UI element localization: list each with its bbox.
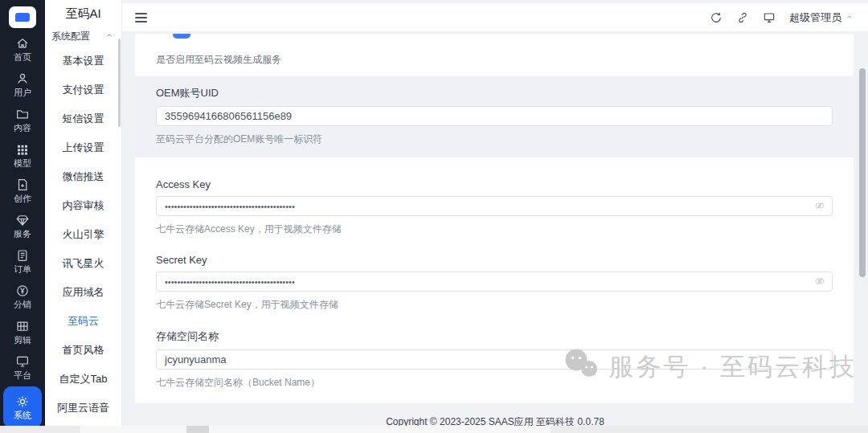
field-bucket-name-section: 存储空间名称 七牛云存储空间名称（Bucket Name） (156, 329, 833, 390)
rail-item-distribution[interactable]: 分销 (3, 279, 42, 314)
gem-icon (15, 213, 30, 227)
sidebar-group-system-config[interactable]: 系统配置 (45, 26, 121, 47)
field-label: Access Key (156, 178, 833, 190)
settings-form-card: 是否启用至码云视频生成服务 OEM账号UID 至码云平台分配的OEM账号唯一标识… (135, 34, 854, 403)
sidebar-item-xunfei-spark[interactable]: 讯飞星火 (45, 249, 121, 278)
toggle-switch[interactable] (173, 34, 190, 39)
rail-item-models[interactable]: 模型 (3, 137, 42, 173)
sidebar-item-sms-settings[interactable]: 短信设置 (45, 104, 121, 133)
field-input-wrap (156, 272, 833, 292)
sidebar-app-title: 至码AI (45, 0, 121, 26)
rail-item-home[interactable]: 首页 (3, 31, 42, 67)
rail-item-label: 分销 (14, 300, 31, 309)
field-input-wrap (156, 349, 833, 370)
eye-off-icon[interactable] (814, 276, 825, 287)
home-icon (15, 36, 30, 51)
oem-uid-input[interactable] (156, 106, 833, 126)
sidebar-item-volcano-engine[interactable]: 火山引擎 (45, 220, 121, 249)
rail-item-label: 创作 (14, 194, 31, 203)
link-icon[interactable] (736, 11, 749, 24)
app-root: 首页 用户 内容 模型 创作 服务 订单 分销 (0, 0, 868, 433)
rail-item-label: 首页 (14, 53, 31, 62)
field-label: Secret Key (156, 254, 833, 266)
rail-item-services[interactable]: 服务 (3, 208, 42, 243)
sidebar-item-basic-settings[interactable]: 基本设置 (45, 47, 121, 76)
rail-item-label: 模型 (14, 159, 31, 168)
bottom-strip-segment (186, 426, 209, 433)
sidebar-item-zhimayun[interactable]: 至码云 (45, 307, 121, 336)
document-plus-icon (15, 178, 30, 192)
secondary-sidebar: 至码AI 系统配置 基本设置 支付设置 短信设置 上传设置 微信推送 内容审核 … (45, 0, 122, 433)
sidebar-scrollbar[interactable] (118, 39, 121, 127)
chevron-up-icon (845, 11, 854, 23)
sidebar-item-home-style[interactable]: 首页风格 (45, 336, 121, 365)
rail-item-clips[interactable]: 剪辑 (3, 314, 42, 349)
sidebar-group-label: 系统配置 (51, 30, 90, 43)
app-logo-icon (15, 13, 30, 22)
rail-item-label: 用户 (14, 88, 31, 97)
topbar-right: 超级管理员 (710, 10, 854, 25)
menu-toggle-icon[interactable] (135, 10, 147, 25)
rail-item-platform[interactable]: 平台 (3, 349, 42, 385)
field-label: OEM账号UID (156, 86, 833, 100)
field-oem-uid-section: OEM账号UID 至码云平台分配的OEM账号唯一标识符 (135, 76, 854, 157)
rail-item-label: 订单 (14, 265, 31, 274)
field-help: 七牛云存储Access Key，用于视频文件存储 (156, 223, 833, 236)
main-area: 超级管理员 是否启用至码云视频生成服务 OEM账号UID 至码云平台分配的OEM… (122, 0, 868, 433)
refresh-icon[interactable] (710, 11, 723, 24)
rail-item-orders[interactable]: 订单 (3, 243, 42, 279)
bottom-edge-strip (0, 426, 868, 433)
toggle-hint: 是否启用至码云视频生成服务 (156, 34, 833, 67)
field-help: 七牛云存储空间名称（Bucket Name） (156, 376, 833, 390)
monitor-icon[interactable] (763, 11, 776, 24)
rail-item-create[interactable]: 创作 (3, 173, 42, 208)
sidebar-item-content-review[interactable]: 内容审核 (45, 191, 121, 220)
field-label: 存储空间名称 (156, 329, 833, 344)
user-icon (15, 71, 30, 86)
primary-sidebar: 首页 用户 内容 模型 创作 服务 订单 分销 (0, 0, 45, 433)
app-logo[interactable] (9, 6, 36, 28)
gear-icon (15, 394, 30, 409)
sidebar-item-upload-settings[interactable]: 上传设置 (45, 133, 121, 162)
monitor-icon (15, 354, 30, 369)
rail-item-users[interactable]: 用户 (3, 67, 42, 102)
field-input-wrap (156, 196, 833, 216)
sidebar-item-custom-tab[interactable]: 自定义Tab (45, 365, 121, 394)
sidebar-item-aliyun-voice[interactable]: 阿里云语音 (45, 394, 121, 423)
field-help: 七牛云存储Secret Key，用于视频文件存储 (156, 298, 833, 312)
content-area: 是否启用至码云视频生成服务 OEM账号UID 至码云平台分配的OEM账号唯一标识… (122, 32, 868, 411)
sidebar-item-wechat-push[interactable]: 微信推送 (45, 162, 121, 191)
bottom-strip-segment (80, 426, 551, 433)
rail-item-label: 服务 (14, 230, 31, 239)
field-secret-key-section: Secret Key 七牛云存储Secret Key，用于视频文件存储 (156, 254, 833, 312)
field-help: 至码云平台分配的OEM账号唯一标识符 (156, 133, 833, 146)
access-key-input[interactable] (156, 196, 833, 216)
yuan-circle-icon (15, 284, 30, 298)
field-access-key-section: Access Key 七牛云存储Access Key，用于视频文件存储 (156, 178, 833, 236)
eye-off-icon[interactable] (814, 200, 825, 211)
chevron-up-icon (105, 31, 113, 42)
grid-icon (15, 142, 30, 157)
main-scrollbar[interactable] (859, 68, 866, 277)
user-menu[interactable]: 超级管理员 (789, 10, 854, 25)
rail-item-content[interactable]: 内容 (3, 102, 42, 137)
sidebar-item-app-domain[interactable]: 应用域名 (45, 278, 121, 307)
order-list-icon (15, 248, 30, 263)
secret-key-input[interactable] (156, 272, 833, 292)
rail-item-label: 系统 (14, 411, 31, 420)
field-input-wrap (156, 106, 833, 126)
bucket-name-input[interactable] (156, 349, 833, 370)
user-menu-label: 超级管理员 (789, 10, 841, 25)
topbar: 超级管理员 (122, 3, 868, 32)
rail-item-label: 剪辑 (14, 336, 31, 345)
rail-item-label: 内容 (14, 124, 31, 133)
sidebar-item-payment-settings[interactable]: 支付设置 (45, 76, 121, 104)
rail-item-system[interactable]: 系统 (3, 386, 42, 428)
folder-icon (15, 107, 30, 121)
film-icon (15, 319, 30, 333)
rail-item-label: 平台 (14, 371, 31, 380)
